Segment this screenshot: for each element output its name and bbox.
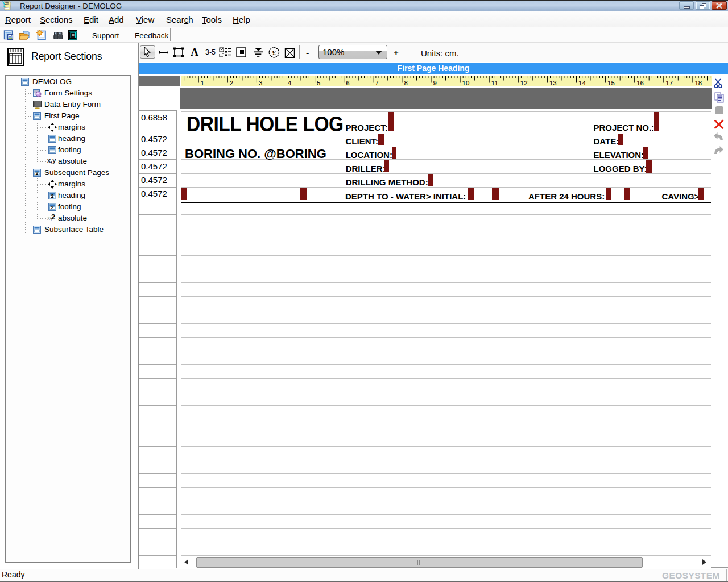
svg-text:15: 15 xyxy=(607,80,615,86)
svg-text:16: 16 xyxy=(636,80,644,86)
svg-text:3-5: 3-5 xyxy=(205,48,216,56)
svg-text:2: 2 xyxy=(35,171,38,176)
svg-text:12: 12 xyxy=(520,80,528,86)
svg-text:A: A xyxy=(191,47,198,58)
svg-text:3: 3 xyxy=(259,80,262,86)
svg-text:5: 5 xyxy=(317,80,320,86)
svg-text:14: 14 xyxy=(578,80,586,86)
svg-text:9: 9 xyxy=(433,80,437,86)
svg-text:6: 6 xyxy=(346,80,349,86)
svg-text:2: 2 xyxy=(51,193,53,199)
svg-text:18: 18 xyxy=(694,80,702,86)
svg-text:13: 13 xyxy=(549,80,557,86)
svg-text:£: £ xyxy=(272,48,276,57)
svg-text:8: 8 xyxy=(404,80,407,86)
svg-text:2: 2 xyxy=(230,80,233,86)
svg-text:11: 11 xyxy=(491,80,498,86)
svg-text:7: 7 xyxy=(375,80,378,86)
svg-text:4: 4 xyxy=(288,80,292,86)
svg-text:17: 17 xyxy=(665,80,673,86)
svg-text:1: 1 xyxy=(201,80,204,86)
svg-text:2: 2 xyxy=(51,205,53,210)
svg-text:10: 10 xyxy=(462,80,470,86)
